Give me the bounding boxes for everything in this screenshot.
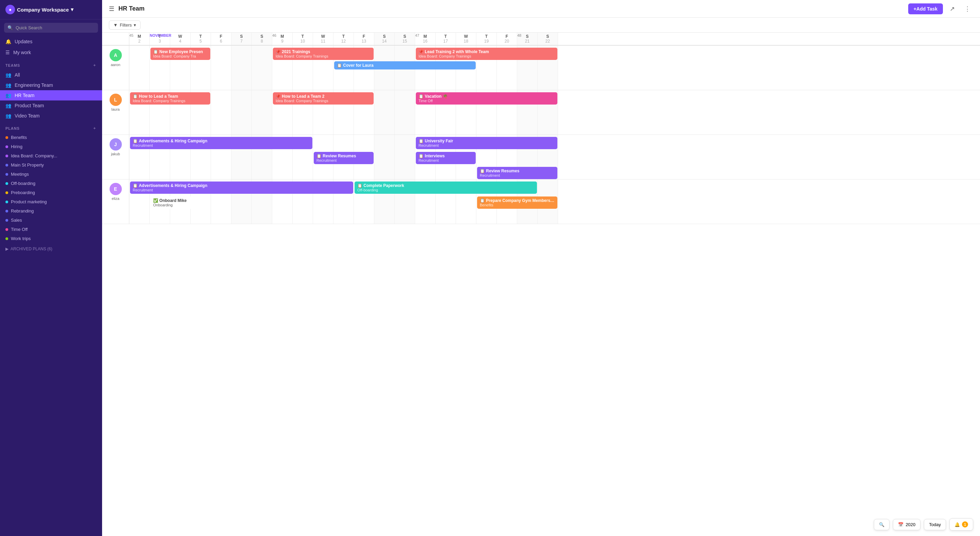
- team-icon: 👥: [5, 72, 11, 78]
- plan-dot: [5, 228, 8, 231]
- plan-item-2[interactable]: Idea Board: Company...: [0, 151, 102, 160]
- person-info: Aaaron: [102, 46, 129, 90]
- plan-item-8[interactable]: Rebranding: [0, 206, 102, 215]
- day-header-cell: T12: [334, 33, 354, 45]
- team-icon: 👥: [5, 82, 11, 88]
- search-zoom-button[interactable]: 🔍: [874, 519, 889, 530]
- task-bar[interactable]: 📋 Advertisements & Hiring CampaignRecrui…: [130, 182, 353, 194]
- plan-item-1[interactable]: Hiring: [0, 142, 102, 151]
- task-bar[interactable]: 📋 University FairRecruitment: [416, 137, 557, 149]
- calendar-container[interactable]: 45464748NOVEMBERM2T3W4T5F6S7S8M9T10W11T1…: [102, 33, 980, 536]
- days-grid: 📋 New Employee PresenIdea Board: Company…: [129, 46, 980, 90]
- day-header-cell: S7: [231, 33, 252, 45]
- add-task-button[interactable]: +Add Task: [908, 3, 943, 14]
- plan-item-4[interactable]: Meetings: [0, 169, 102, 179]
- workspace-name[interactable]: ● Company Workspace ▾: [5, 5, 73, 14]
- team-icon: 👥: [5, 113, 11, 118]
- chevron-down-icon: ▾: [134, 22, 136, 27]
- team-icon: 👥: [5, 103, 11, 108]
- day-cell: [211, 46, 231, 90]
- plan-dot: [5, 145, 8, 148]
- plan-item-6[interactable]: Preboarding: [0, 188, 102, 197]
- add-team-icon[interactable]: ＋: [92, 63, 97, 68]
- plan-label: Meetings: [11, 172, 29, 177]
- day-cell: [374, 135, 395, 179]
- day-cell: [395, 90, 415, 134]
- day-header-cell: S15: [395, 33, 415, 45]
- sidebar-item-engineering[interactable]: 👥 Engineering Team: [0, 80, 102, 90]
- today-button[interactable]: Today: [924, 519, 946, 530]
- person-name: laura: [111, 107, 119, 112]
- sidebar-item-mywork[interactable]: ☰ My work: [0, 47, 102, 58]
- person-row: Jjakub📋 Advertisements & Hiring Campaign…: [102, 135, 980, 179]
- filter-icon: ▼: [113, 22, 118, 27]
- plan-dot: [5, 191, 8, 194]
- task-bar[interactable]: 📋 Prepare Company Gym MembershipsBenefit…: [477, 196, 557, 209]
- topbar: ☰ HR Team +Add Task ↗ ⋮: [102, 0, 980, 18]
- plan-label: Work trips: [11, 236, 30, 241]
- plan-item-7[interactable]: Product marketing: [0, 197, 102, 206]
- day-cell: [252, 90, 272, 134]
- workspace-logo: ●: [5, 5, 15, 14]
- person-row: Aaaron📋 New Employee PresenIdea Board: C…: [102, 46, 980, 90]
- year-selector[interactable]: 📅 2020: [893, 519, 920, 530]
- task-bar[interactable]: 📌 Lead Training 2 with Whole TeamIdea Bo…: [416, 48, 557, 60]
- task-bar[interactable]: 📋 Cover for Laura: [334, 61, 476, 69]
- day-header-cell: W18: [456, 33, 476, 45]
- task-bar[interactable]: 📋 Review ResumesRecruitment: [314, 152, 374, 164]
- plan-item-10[interactable]: Time Off: [0, 225, 102, 234]
- task-bar[interactable]: 📋 Advertisements & Hiring CampaignRecrui…: [130, 137, 312, 149]
- days-grid: 📋 How to Lead a TeamIdea Board: Company …: [129, 90, 980, 134]
- archived-section[interactable]: ▶ ARCHIVED PLANS (6): [0, 243, 102, 255]
- filter-button[interactable]: ▼ Filters ▾: [109, 21, 140, 30]
- person-row: Eeliza📋 Advertisements & Hiring Campaign…: [102, 179, 980, 224]
- plans-section-header: PLANS ＋: [0, 121, 102, 133]
- share-icon[interactable]: ↗: [947, 4, 958, 14]
- day-cell: [395, 135, 415, 179]
- search-bar[interactable]: 🔍 Quick Search: [4, 23, 98, 33]
- task-bar[interactable]: 📋 InterviewsRecruitment: [416, 152, 476, 164]
- days-grid: 📋 Advertisements & Hiring CampaignRecrui…: [129, 179, 980, 224]
- sidebar-item-video[interactable]: 👥 Video Team: [0, 111, 102, 121]
- calendar-rows: Aaaron📋 New Employee PresenIdea Board: C…: [102, 46, 980, 224]
- day-header-cell: S22: [538, 33, 558, 45]
- day-header-cell: S14: [374, 33, 395, 45]
- add-plan-icon[interactable]: ＋: [92, 126, 97, 131]
- plan-item-11[interactable]: Work trips: [0, 234, 102, 243]
- person-name: jakub: [111, 152, 120, 156]
- task-bar[interactable]: 📌 2021 TrainingsIdea Board: Company Trai…: [273, 48, 374, 60]
- plan-item-3[interactable]: Main St Property: [0, 160, 102, 169]
- task-bar[interactable]: 📋 Complete PaperworkOff-boarding: [355, 182, 537, 194]
- day-header-cell: T19: [476, 33, 497, 45]
- chevron-down-icon: ▾: [71, 6, 73, 13]
- task-bar[interactable]: 📌 How to Lead a Team 2Idea Board: Compan…: [273, 92, 374, 105]
- task-bar[interactable]: ✅ Onboard MikeOnboarding: [150, 196, 210, 209]
- plan-item-5[interactable]: Off-boarding: [0, 179, 102, 188]
- sidebar-item-product[interactable]: 👥 Product Team: [0, 100, 102, 111]
- day-cell: [129, 46, 150, 90]
- task-bar[interactable]: 📋 Vacation 🌴Time Off: [416, 92, 557, 105]
- plan-label: Benefits: [11, 135, 27, 140]
- plan-item-9[interactable]: Sales: [0, 215, 102, 225]
- search-icon: 🔍: [8, 25, 13, 30]
- day-headers: 45464748NOVEMBERM2T3W4T5F6S7S8M9T10W11T1…: [129, 33, 558, 45]
- day-header-cell: F13: [354, 33, 374, 45]
- plan-label: Idea Board: Company...: [11, 153, 57, 158]
- sidebar-item-all[interactable]: 👥 All: [0, 70, 102, 80]
- sidebar-item-updates[interactable]: 🔔 Updates: [0, 36, 102, 47]
- sidebar-item-hr[interactable]: 👥 HR Team: [0, 90, 102, 100]
- plan-dot: [5, 182, 8, 185]
- sidebar: ● Company Workspace ▾ 🔍 Quick Search 🔔 U…: [0, 0, 102, 536]
- task-bar[interactable]: 📋 How to Lead a TeamIdea Board: Company …: [130, 92, 210, 105]
- task-bar[interactable]: 📋 New Employee PresenIdea Board: Company…: [150, 48, 210, 60]
- menu-icon[interactable]: ☰: [109, 5, 115, 13]
- plan-item-0[interactable]: Benefits: [0, 133, 102, 142]
- list-icon: ☰: [5, 50, 10, 55]
- more-options-icon[interactable]: ⋮: [962, 4, 973, 14]
- notification-button[interactable]: 🔔 1: [950, 518, 973, 531]
- day-header-cell: W11: [313, 33, 334, 45]
- day-header-cell: W4: [170, 33, 191, 45]
- person-info: Llaura: [102, 90, 129, 134]
- task-bar[interactable]: 📋 Review ResumesRecruitment: [477, 167, 557, 179]
- day-header-cell: T10: [293, 33, 313, 45]
